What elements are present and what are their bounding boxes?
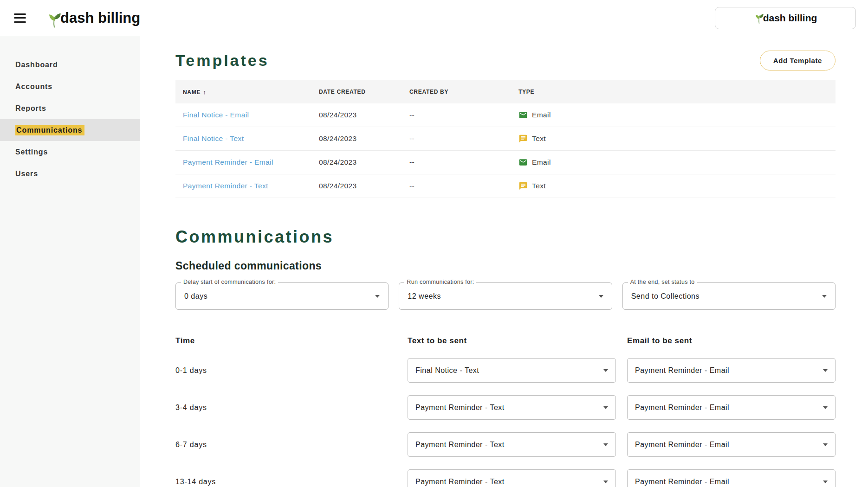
select-value: Send to Collections xyxy=(631,292,700,301)
column-header-created-by[interactable]: CREATED BY xyxy=(409,89,518,95)
template-link[interactable]: Payment Reminder - Email xyxy=(183,158,319,167)
chevron-down-icon xyxy=(823,443,828,446)
column-header-name[interactable]: NAME↑ xyxy=(183,89,319,96)
text-message-icon xyxy=(518,181,528,191)
email-template-select[interactable]: Payment Reminder - Email xyxy=(627,395,836,420)
table-row: Payment Reminder - Text 08/24/2023 -- Te… xyxy=(175,174,836,198)
select-label: Delay start of communications for: xyxy=(181,279,278,285)
date-created-cell: 08/24/2023 xyxy=(319,182,409,190)
created-by-cell: -- xyxy=(409,158,518,167)
select-value: 12 weeks xyxy=(408,292,441,301)
template-link[interactable]: Payment Reminder - Text xyxy=(183,182,319,190)
email-icon xyxy=(518,158,528,167)
delay-start-select[interactable]: Delay start of communications for: 0 day… xyxy=(175,282,389,310)
created-by-cell: -- xyxy=(409,135,518,143)
sidebar-item-label: Dashboard xyxy=(15,61,58,69)
chevron-down-icon xyxy=(823,369,828,372)
template-link[interactable]: Final Notice - Email xyxy=(183,111,319,119)
chevron-down-icon xyxy=(823,481,828,483)
table-row: Final Notice - Text 08/24/2023 -- Text xyxy=(175,127,836,151)
sidebar-item-settings[interactable]: Settings xyxy=(0,141,140,163)
schedule-header-text: Text to be sent xyxy=(408,336,616,346)
template-link[interactable]: Final Notice - Text xyxy=(183,135,319,143)
sidebar-item-label: Users xyxy=(15,170,38,178)
sidebar-item-label: Reports xyxy=(15,104,46,113)
time-label: 6-7 days xyxy=(175,441,396,449)
sidebar-item-reports[interactable]: Reports xyxy=(0,97,140,119)
main-content: Templates Add Template NAME↑ DATE CREATE… xyxy=(140,36,868,487)
date-created-cell: 08/24/2023 xyxy=(319,158,409,167)
schedule-row: 13-14 days Payment Reminder - Text Payme… xyxy=(175,469,836,487)
chevron-down-icon xyxy=(603,369,608,372)
column-header-date-created[interactable]: DATE CREATED xyxy=(319,89,409,95)
time-label: 13-14 days xyxy=(175,478,396,486)
table-row: Final Notice - Email 08/24/2023 -- Email xyxy=(175,103,836,127)
date-created-cell: 08/24/2023 xyxy=(319,111,409,119)
email-template-select[interactable]: Payment Reminder - Email xyxy=(627,469,836,487)
created-by-cell: -- xyxy=(409,182,518,190)
schedule-header-time: Time xyxy=(175,336,396,346)
hamburger-menu-icon[interactable] xyxy=(14,13,26,23)
chevron-down-icon xyxy=(823,406,828,409)
leaf-icon xyxy=(754,13,764,24)
chevron-down-icon xyxy=(603,481,608,483)
text-template-select[interactable]: Final Notice - Text xyxy=(408,358,616,383)
select-value: 0 days xyxy=(184,292,207,301)
text-template-select[interactable]: Payment Reminder - Text xyxy=(408,469,616,487)
sidebar: Dashboard Accounts Reports Communication… xyxy=(0,36,140,487)
chevron-down-icon xyxy=(599,295,603,298)
sidebar-item-users[interactable]: Users xyxy=(0,163,140,185)
logo-text: dash billing xyxy=(60,10,140,26)
select-label: At the end, set status to xyxy=(628,279,697,285)
scheduled-communications-subtitle: Scheduled communications xyxy=(175,259,836,272)
chevron-down-icon xyxy=(822,295,827,298)
sidebar-item-label: Communications xyxy=(15,125,84,135)
email-icon xyxy=(518,110,528,120)
text-template-select[interactable]: Payment Reminder - Text xyxy=(408,395,616,420)
schedule-row: 6-7 days Payment Reminder - Text Payment… xyxy=(175,432,836,457)
email-template-select[interactable]: Payment Reminder - Email xyxy=(627,432,836,457)
column-header-type[interactable]: TYPE xyxy=(518,89,836,95)
created-by-cell: -- xyxy=(409,111,518,119)
top-bar: dash billing dash billing xyxy=(0,0,868,36)
sidebar-item-accounts[interactable]: Accounts xyxy=(0,76,140,97)
end-status-select[interactable]: At the end, set status to Send to Collec… xyxy=(622,282,836,310)
app-logo[interactable]: dash billing xyxy=(46,10,140,26)
time-label: 3-4 days xyxy=(175,404,396,412)
logo-badge-button[interactable]: dash billing xyxy=(715,7,856,29)
communications-title: Communications xyxy=(175,227,836,247)
table-row: Payment Reminder - Email 08/24/2023 -- E… xyxy=(175,151,836,174)
run-communications-select[interactable]: Run communications for: 12 weeks xyxy=(399,282,612,310)
type-label: Text xyxy=(532,182,546,190)
add-template-button[interactable]: Add Template xyxy=(760,51,836,70)
type-label: Text xyxy=(532,135,546,143)
sidebar-item-dashboard[interactable]: Dashboard xyxy=(0,54,140,76)
time-label: 0-1 days xyxy=(175,366,396,375)
sidebar-item-label: Settings xyxy=(15,148,48,156)
text-template-select[interactable]: Payment Reminder - Text xyxy=(408,432,616,457)
chevron-down-icon xyxy=(603,443,608,446)
schedule-row: 3-4 days Payment Reminder - Text Payment… xyxy=(175,395,836,420)
chevron-down-icon xyxy=(375,295,380,298)
leaf-icon xyxy=(46,13,62,28)
sidebar-item-communications[interactable]: Communications xyxy=(0,119,140,141)
chevron-down-icon xyxy=(603,406,608,409)
text-message-icon xyxy=(518,134,528,143)
date-created-cell: 08/24/2023 xyxy=(319,135,409,143)
templates-title: Templates xyxy=(175,51,269,70)
email-template-select[interactable]: Payment Reminder - Email xyxy=(627,358,836,383)
schedule-row: 0-1 days Final Notice - Text Payment Rem… xyxy=(175,358,836,383)
sort-ascending-icon[interactable]: ↑ xyxy=(203,89,206,96)
type-label: Email xyxy=(532,158,551,167)
templates-table: NAME↑ DATE CREATED CREATED BY TYPE Final… xyxy=(175,80,836,198)
table-header-row: NAME↑ DATE CREATED CREATED BY TYPE xyxy=(175,80,836,103)
schedule-header-email: Email to be sent xyxy=(627,336,836,346)
select-label: Run communications for: xyxy=(404,279,476,285)
badge-logo-text: dash billing xyxy=(763,13,817,24)
sidebar-item-label: Accounts xyxy=(15,83,52,91)
type-label: Email xyxy=(532,111,551,119)
